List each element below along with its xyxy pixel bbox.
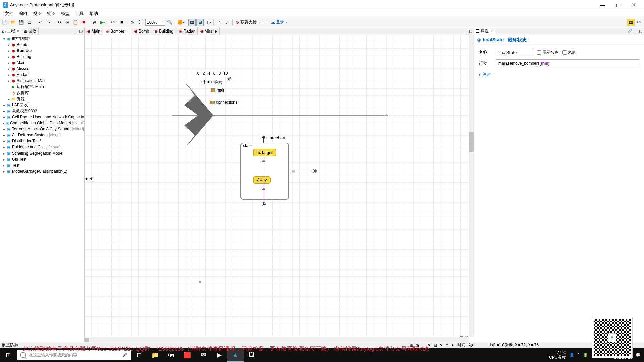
final-state[interactable] xyxy=(313,169,317,173)
tree-agent-radar[interactable]: ▸◉Radar xyxy=(0,72,84,78)
description-section[interactable]: ▸ 描述 xyxy=(474,71,644,79)
tree-simulation[interactable]: ▸◉Simulation: Main xyxy=(0,78,84,84)
exit-point-icon[interactable]: ⋈ xyxy=(292,170,295,172)
tray-chevron-icon[interactable]: ˄ xyxy=(578,353,580,357)
canvas[interactable]: 0246810 米 1米 = 10像素 main connections rge… xyxy=(85,35,474,342)
tray-battery-icon[interactable]: 🔋 xyxy=(583,353,588,357)
menu-tools[interactable]: 工具 xyxy=(72,10,87,17)
delete-button[interactable]: ✖ xyxy=(80,19,87,26)
tree-agent-missile[interactable]: ▸◉Missile xyxy=(0,66,84,72)
tree-project[interactable]: ▸▣Schelling Segregation Model xyxy=(0,150,84,156)
connections-port[interactable]: connections xyxy=(210,100,237,105)
to-back-button[interactable]: ↙ xyxy=(223,19,231,26)
tree-resources[interactable]: ▸📁资源 xyxy=(0,96,84,102)
name-input[interactable] xyxy=(496,49,533,56)
tab-building[interactable]: ◉Building xyxy=(152,27,176,35)
menu-view[interactable]: 视图 xyxy=(30,10,44,17)
action-input[interactable]: main.remove_bombers(this) xyxy=(496,59,639,67)
main-port[interactable]: main xyxy=(211,88,225,93)
open-button[interactable]: 📂 xyxy=(9,19,17,26)
state-to-target[interactable]: ToTarget xyxy=(253,149,276,156)
scrollbar-thumb[interactable] xyxy=(469,132,474,152)
stop-button[interactable]: ■ xyxy=(118,19,125,26)
transition-exit[interactable] xyxy=(295,171,313,171)
status-icon[interactable]: ✦ xyxy=(451,343,454,348)
tree-project[interactable]: ▸▣Cell Phone Users and Network Capacity xyxy=(0,114,84,120)
start-button[interactable]: ⊞ xyxy=(0,348,16,362)
tree-database[interactable]: 🛢数据库 xyxy=(0,90,84,96)
statechart-entry-icon[interactable] xyxy=(262,136,265,139)
tab-project[interactable]: 🗂工程× xyxy=(0,27,21,35)
highlight-button[interactable]: ✎ xyxy=(129,19,137,26)
trigger-icon[interactable]: ⋈ xyxy=(262,187,265,190)
target-param-label[interactable]: rget xyxy=(85,176,92,181)
print-button[interactable]: 🖨 xyxy=(91,19,98,26)
tree-runconfig[interactable]: ▶运行配置: Main xyxy=(0,84,84,90)
cut-button[interactable]: ✂ xyxy=(56,19,63,26)
tree-agent-main[interactable]: ▸◉Main xyxy=(0,60,84,66)
trigger-icon[interactable]: ⋈ xyxy=(262,159,265,162)
panel-toggle-1[interactable]: ▦ xyxy=(627,19,635,26)
tab-main[interactable]: ◉Main xyxy=(85,27,103,35)
login-button[interactable]: ☁ 登录 ▾ xyxy=(270,19,288,25)
bomber-shape-icon[interactable] xyxy=(184,82,213,149)
color-picker-button[interactable]: 🟠▾ xyxy=(177,19,184,26)
final-state-inner[interactable] xyxy=(262,202,266,206)
tree-agent-bomber[interactable]: ▸◉Bomber xyxy=(0,48,84,54)
save-button[interactable]: 💾 xyxy=(17,19,25,26)
tree-project[interactable]: ▸▣Terrorist Attack On A City Square [clo… xyxy=(0,126,84,132)
transition[interactable] xyxy=(264,183,264,204)
copy-button[interactable]: ⎘ xyxy=(64,19,71,26)
tree-project[interactable]: ▸▣Gis Test xyxy=(0,156,84,162)
link-icon[interactable]: 🔗 xyxy=(628,29,632,33)
tab-palette[interactable]: ▦面板 xyxy=(21,27,39,35)
redo-button[interactable]: ↷ xyxy=(45,19,52,26)
mic-icon[interactable]: 🎤 xyxy=(122,353,127,357)
tree-agent-bomb[interactable]: ▸◉Bomb xyxy=(0,42,84,48)
new-button[interactable]: 📄▾ xyxy=(1,19,9,26)
paste-button[interactable]: 📋 xyxy=(72,19,79,26)
tab-missile[interactable]: ◉Missile xyxy=(198,27,220,35)
menu-draw[interactable]: 绘图 xyxy=(44,10,58,17)
maximize-button[interactable]: ▢ xyxy=(610,0,626,10)
tab-properties[interactable]: ☰属性× xyxy=(474,27,495,35)
state-away[interactable]: Away xyxy=(253,176,271,184)
zoom-combo[interactable]: 100%▾ xyxy=(145,19,165,26)
fit-button[interactable]: ⛶ xyxy=(137,19,145,26)
tray-people-icon[interactable]: 👤 xyxy=(569,353,574,357)
tree-project[interactable]: ▸▣Competition in Global Pulp Market [clo… xyxy=(0,120,84,126)
run-button[interactable]: ▶▾ xyxy=(99,19,106,26)
tray-temperature[interactable]: 77℃CPU温度 xyxy=(549,350,566,360)
panel-min-icon[interactable]: _ xyxy=(633,29,638,33)
tree-project[interactable]: ▸▣LAB回收1 xyxy=(0,102,84,108)
menu-help[interactable]: 帮助 xyxy=(87,10,101,17)
tab-bomb[interactable]: ◉Bomb xyxy=(131,27,152,35)
editor-max-icon[interactable]: ▢ xyxy=(469,29,472,33)
grid-button[interactable]: ▦ xyxy=(188,19,196,26)
save-all-button[interactable]: 🗃 xyxy=(25,19,33,26)
tree-project[interactable]: ▸▣Epidemic and Clinic [cloud] xyxy=(0,144,84,150)
tab-radar[interactable]: ◉Radar xyxy=(176,27,198,35)
editor-min-icon[interactable]: _ xyxy=(466,29,468,33)
undo-button[interactable]: ↶ xyxy=(37,19,44,26)
menu-edit[interactable]: 编辑 xyxy=(16,10,30,17)
snap-button[interactable]: ⊞ xyxy=(196,19,204,26)
support-button[interactable]: ⊘ 获得支持…… xyxy=(234,19,266,25)
status-icon[interactable]: × xyxy=(440,343,442,348)
build-button[interactable]: ⚙▾ xyxy=(110,19,117,26)
align-button[interactable]: ◫▾ xyxy=(204,19,212,26)
status-icon[interactable]: ▦ xyxy=(434,343,437,348)
panel-max-icon[interactable]: ▢ xyxy=(638,29,643,33)
close-button[interactable]: ✕ xyxy=(626,0,641,10)
ignore-checkbox[interactable]: 忽略 xyxy=(562,50,576,55)
tree-project[interactable]: ▸▣DistributionTest* xyxy=(0,138,84,144)
horizontal-scrollbar[interactable] xyxy=(85,337,469,342)
tab-bomber[interactable]: ◉Bomber× xyxy=(103,27,131,35)
tree-agent-building[interactable]: ▸◉Building xyxy=(0,54,84,60)
tree-project[interactable]: ▸▣Test xyxy=(0,162,84,168)
tree-project[interactable]: ▸▣急救模型0303 xyxy=(0,108,84,114)
status-icon[interactable]: ⟲ xyxy=(445,343,448,348)
to-front-button[interactable]: ↗ xyxy=(215,19,223,26)
scrollbar-thumb[interactable] xyxy=(85,338,89,342)
tree-project[interactable]: ▸▣ModelGarbageClassification(1) xyxy=(0,168,84,174)
